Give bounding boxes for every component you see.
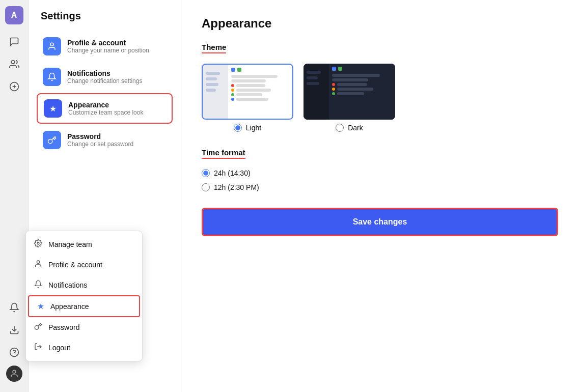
light-theme-label[interactable]: Light: [234, 124, 261, 132]
svg-point-8: [37, 242, 39, 244]
time-12h-radio[interactable]: [202, 183, 210, 191]
svg-point-7: [13, 370, 16, 373]
time-12h-text: 12h (2:30 PM): [214, 183, 259, 191]
theme-option-light[interactable]: Light: [202, 64, 293, 132]
main-content: Appearance Theme: [181, 0, 579, 392]
popup-item-password-label: Password: [48, 323, 79, 331]
profile-icon: [34, 260, 42, 270]
light-theme-preview[interactable]: [202, 64, 293, 120]
profile-account-title: Profile & account: [67, 39, 149, 47]
time-24h-radio[interactable]: [202, 169, 210, 177]
help-icon[interactable]: [5, 343, 23, 361]
key-icon: [34, 322, 42, 332]
popup-item-manage-team-label: Manage team: [48, 240, 92, 248]
profile-account-subtitle: Change your name or position: [67, 47, 149, 54]
popup-item-profile[interactable]: Profile & account: [26, 255, 142, 275]
preview-content-dark: [329, 64, 395, 120]
time-section-label: Time format: [202, 148, 245, 159]
sidebar-item-password[interactable]: Password Change or set password: [37, 126, 173, 154]
theme-option-dark[interactable]: Dark: [304, 64, 395, 132]
svg-point-9: [37, 261, 39, 263]
user-circle-icon[interactable]: [6, 366, 22, 382]
contacts-icon[interactable]: [5, 55, 23, 73]
popup-item-profile-label: Profile & account: [48, 261, 102, 269]
popup-item-password[interactable]: Password: [26, 317, 142, 338]
icon-bar: A: [0, 0, 29, 392]
popup-item-appearance[interactable]: ★ Appearance: [28, 295, 140, 317]
light-theme-radio[interactable]: [234, 124, 242, 132]
svg-point-12: [50, 43, 53, 46]
page-title: Appearance: [202, 16, 559, 31]
svg-point-10: [35, 326, 38, 329]
svg-point-13: [48, 139, 52, 144]
add-icon[interactable]: [5, 77, 23, 96]
notifications-subtitle: Change notification settings: [67, 77, 142, 85]
appearance-text: Appearance Customize team space look: [68, 101, 143, 116]
star-icon-popup: ★: [37, 301, 44, 311]
avatar[interactable]: A: [5, 6, 23, 24]
sidebar-title: Settings: [37, 10, 173, 22]
time-options: 24h (14:30) 12h (2:30 PM): [202, 169, 559, 191]
popup-item-logout[interactable]: Logout: [26, 338, 142, 358]
appearance-title: Appearance: [68, 101, 143, 109]
password-text: Password Change or set password: [67, 132, 133, 148]
time-24h-label[interactable]: 24h (14:30): [202, 169, 559, 177]
appearance-subtitle: Customize team space look: [68, 109, 143, 116]
password-subtitle: Change or set password: [67, 141, 133, 148]
appearance-sidebar-icon: ★: [44, 99, 62, 118]
theme-section: Theme: [202, 43, 559, 132]
popup-item-manage-team[interactable]: Manage team: [26, 234, 142, 255]
dark-theme-label[interactable]: Dark: [336, 124, 363, 132]
dark-theme-radio[interactable]: [336, 124, 344, 132]
chat-icon[interactable]: [5, 33, 23, 51]
profile-account-text: Profile & account Change your name or po…: [67, 39, 149, 54]
preview-sidebar-dark: [304, 64, 329, 120]
sidebar-item-appearance[interactable]: ★ Appearance Customize team space look: [37, 93, 173, 124]
download-icon[interactable]: [5, 321, 23, 339]
notification-icon: [34, 280, 42, 290]
time-24h-text: 24h (14:30): [214, 169, 251, 177]
notifications-title: Notifications: [67, 69, 142, 77]
preview-content-light: [228, 65, 292, 119]
sidebar-item-notifications[interactable]: Notifications Change notification settin…: [37, 63, 173, 91]
popup-item-appearance-label: Appearance: [50, 302, 89, 311]
popup-item-logout-label: Logout: [48, 344, 70, 352]
gear-icon: [34, 239, 42, 249]
preview-sidebar-light: [203, 65, 228, 119]
bell-icon[interactable]: [5, 298, 23, 317]
popup-item-notifications[interactable]: Notifications: [26, 275, 142, 295]
save-changes-button[interactable]: Save changes: [202, 208, 558, 236]
theme-section-label: Theme: [202, 43, 226, 53]
svg-point-0: [11, 61, 15, 64]
time-12h-label[interactable]: 12h (2:30 PM): [202, 183, 559, 191]
dark-theme-text: Dark: [348, 124, 363, 132]
sidebar-item-profile[interactable]: Profile & account Change your name or po…: [37, 32, 173, 61]
logout-icon: [34, 343, 42, 353]
notifications-sidebar-icon: [43, 68, 61, 86]
popup-menu: Manage team Profile & account Notificati…: [25, 231, 143, 361]
notifications-text: Notifications Change notification settin…: [67, 69, 142, 85]
theme-options: Light: [202, 64, 559, 132]
time-section: Time format 24h (14:30) 12h (2:30 PM): [202, 148, 559, 191]
password-sidebar-icon: [43, 131, 61, 149]
light-theme-text: Light: [246, 124, 261, 132]
popup-item-notifications-label: Notifications: [48, 281, 87, 289]
dark-theme-preview[interactable]: [304, 64, 395, 120]
password-title: Password: [67, 132, 133, 141]
profile-account-icon: [43, 37, 61, 55]
